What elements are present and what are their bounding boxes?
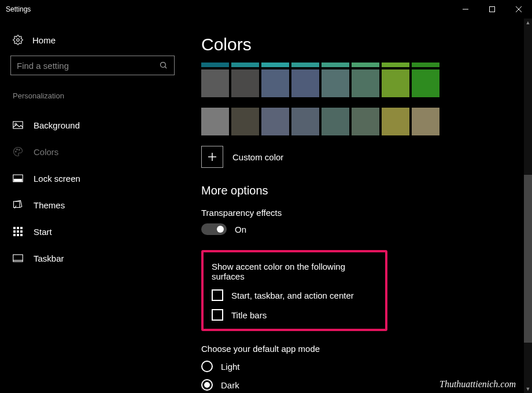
- sidebar-item-label: Background: [34, 120, 80, 130]
- radio-row-light[interactable]: Light: [201, 361, 532, 372]
- home-label: Home: [32, 35, 56, 45]
- color-swatch[interactable]: [352, 63, 379, 67]
- color-swatch[interactable]: [201, 108, 229, 135]
- color-swatch[interactable]: [231, 108, 259, 135]
- color-swatch-row: [201, 69, 532, 97]
- color-swatch[interactable]: [261, 108, 289, 135]
- svg-point-10: [17, 149, 18, 150]
- accent-section-label: Show accent color on the following surfa…: [212, 262, 377, 281]
- scroll-down-arrow[interactable]: ▼: [524, 385, 532, 393]
- color-swatch[interactable]: [382, 108, 409, 135]
- sidebar-item-themes[interactable]: Themes: [10, 192, 175, 218]
- color-swatch[interactable]: [201, 69, 229, 97]
- color-swatch[interactable]: [231, 63, 259, 67]
- color-swatch[interactable]: [412, 69, 439, 97]
- svg-rect-14: [14, 201, 20, 208]
- color-swatch[interactable]: [231, 69, 259, 97]
- sidebar-item-label: Start: [34, 227, 52, 237]
- scroll-up-arrow[interactable]: ▲: [524, 19, 532, 27]
- color-swatch[interactable]: [322, 63, 349, 67]
- transparency-label: Transparency effects: [201, 208, 532, 218]
- sidebar-item-start[interactable]: Start: [10, 218, 175, 245]
- settings-window: Settings Home Persona: [0, 0, 532, 393]
- window-title: Settings: [6, 5, 31, 13]
- svg-rect-1: [490, 7, 495, 12]
- svg-rect-21: [13, 234, 16, 236]
- svg-line-6: [165, 67, 167, 68]
- titlebar: Settings: [0, 0, 532, 19]
- color-swatch[interactable]: [412, 108, 439, 135]
- scrollbar-thumb[interactable]: [524, 175, 532, 343]
- sidebar-item-label: Themes: [34, 200, 65, 210]
- sidebar-item-colors[interactable]: Colors: [10, 138, 175, 165]
- minimize-button[interactable]: [452, 0, 479, 19]
- color-swatch[interactable]: [382, 69, 409, 97]
- color-swatch[interactable]: [352, 108, 379, 135]
- svg-rect-7: [13, 122, 23, 128]
- svg-rect-13: [14, 179, 22, 182]
- start-icon: [13, 226, 23, 237]
- color-swatch[interactable]: [412, 63, 439, 67]
- svg-point-9: [15, 151, 16, 152]
- sidebar-item-label: Colors: [34, 147, 58, 157]
- category-title: Personalization: [10, 91, 175, 100]
- color-swatch[interactable]: [382, 63, 409, 67]
- svg-point-5: [161, 63, 166, 68]
- close-button[interactable]: [505, 0, 532, 19]
- default-mode-label: Choose your default app mode: [201, 344, 532, 354]
- checkbox-row-title-bars[interactable]: Title bars: [212, 309, 377, 321]
- radio-label: Light: [221, 362, 240, 372]
- sidebar: Home Personalization Background Colors L…: [0, 19, 185, 393]
- transparency-toggle[interactable]: [201, 223, 227, 235]
- image-icon: [13, 120, 23, 130]
- custom-color-label: Custom color: [232, 152, 283, 162]
- transparency-value: On: [235, 225, 246, 234]
- checkbox[interactable]: [212, 289, 223, 301]
- svg-rect-16: [17, 227, 19, 229]
- svg-rect-18: [13, 230, 16, 233]
- color-swatch[interactable]: [261, 69, 289, 97]
- color-swatch[interactable]: [352, 69, 379, 97]
- color-swatch[interactable]: [322, 69, 349, 97]
- svg-rect-19: [17, 230, 19, 233]
- sidebar-item-lock-screen[interactable]: Lock screen: [10, 165, 175, 192]
- svg-rect-23: [20, 234, 23, 236]
- radio-button[interactable]: [201, 379, 213, 391]
- main-content: Colors Custom color More options Transpa…: [185, 19, 532, 393]
- sidebar-item-taskbar[interactable]: Taskbar: [10, 245, 175, 271]
- svg-rect-22: [17, 234, 19, 236]
- color-swatch[interactable]: [201, 63, 229, 67]
- checkbox-label: Title bars: [231, 310, 267, 320]
- page-title: Colors: [201, 35, 532, 54]
- color-swatch[interactable]: [291, 108, 319, 135]
- sidebar-item-label: Taskbar: [34, 254, 64, 263]
- sidebar-item-label: Lock screen: [34, 174, 80, 183]
- radio-button[interactable]: [201, 361, 213, 372]
- svg-rect-15: [13, 227, 16, 229]
- maximize-button[interactable]: [479, 0, 505, 19]
- checkbox-row-start-taskbar[interactable]: Start, taskbar, and action center: [212, 289, 377, 301]
- svg-rect-17: [20, 227, 23, 229]
- checkbox-label: Start, taskbar, and action center: [231, 291, 354, 300]
- color-swatch[interactable]: [322, 108, 349, 135]
- color-swatch[interactable]: [291, 63, 319, 67]
- lockscreen-icon: [13, 173, 23, 183]
- home-link[interactable]: Home: [10, 35, 175, 45]
- svg-point-11: [19, 149, 20, 150]
- sidebar-item-background[interactable]: Background: [10, 112, 175, 138]
- more-options-heading: More options: [201, 184, 532, 197]
- scrollbar[interactable]: ▲ ▼: [524, 19, 532, 393]
- checkbox[interactable]: [212, 309, 223, 321]
- custom-color-button[interactable]: [201, 146, 223, 168]
- taskbar-icon: [13, 253, 23, 263]
- gear-icon: [13, 35, 23, 45]
- search-input[interactable]: [17, 61, 159, 71]
- search-box[interactable]: [10, 56, 175, 75]
- radio-label: Dark: [221, 380, 239, 390]
- color-swatch-row-top: [201, 63, 532, 67]
- color-swatch[interactable]: [261, 63, 289, 67]
- color-swatch[interactable]: [291, 69, 319, 97]
- palette-icon: [13, 146, 23, 157]
- custom-color-row: Custom color: [201, 146, 532, 168]
- svg-point-4: [17, 39, 20, 42]
